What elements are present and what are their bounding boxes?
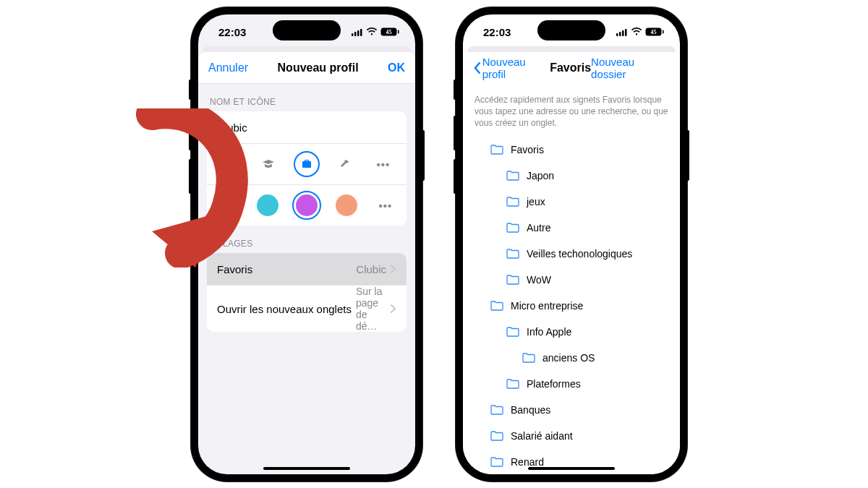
color-magenta[interactable] bbox=[296, 194, 318, 216]
svg-text:45: 45 bbox=[651, 29, 657, 35]
folder-label: Japon bbox=[527, 170, 554, 181]
color-coral[interactable] bbox=[336, 194, 357, 216]
svg-rect-2 bbox=[357, 30, 359, 36]
folder-label: Veilles techonologiques bbox=[527, 248, 632, 260]
color-cyan[interactable] bbox=[257, 194, 278, 216]
briefcase-icon[interactable] bbox=[294, 151, 320, 177]
svg-text:45: 45 bbox=[386, 29, 392, 35]
dynamic-island bbox=[537, 20, 605, 40]
phone-left: 22:03 45 Annuler Nouveau profil OK Nom e… bbox=[191, 7, 422, 481]
home-indicator bbox=[263, 467, 350, 470]
more-icons-button[interactable]: ••• bbox=[370, 151, 396, 177]
folder-row[interactable]: Salarié aidant bbox=[463, 423, 680, 449]
wifi-icon bbox=[366, 27, 378, 36]
chevron-right-icon bbox=[391, 304, 396, 313]
folder-icon bbox=[490, 457, 503, 467]
svg-rect-12 bbox=[625, 29, 627, 36]
back-button[interactable]: Nouveau profil bbox=[473, 56, 550, 80]
folder-row[interactable]: Favoris bbox=[463, 137, 680, 163]
svg-rect-11 bbox=[622, 30, 624, 36]
navbar: Annuler Nouveau profil OK bbox=[198, 52, 415, 84]
svg-rect-8 bbox=[229, 161, 232, 163]
dynamic-island bbox=[273, 20, 341, 40]
section-name-icon: Nom et icône bbox=[198, 84, 415, 111]
folder-icon bbox=[490, 405, 503, 415]
folder-label: anciens OS bbox=[542, 352, 595, 364]
folder-icon bbox=[506, 197, 519, 207]
wifi-icon bbox=[631, 27, 642, 36]
folder-row[interactable]: WoW bbox=[463, 267, 680, 293]
svg-rect-14 bbox=[663, 30, 664, 34]
folder-label: Micro entreprise bbox=[511, 300, 583, 312]
folder-label: Favoris bbox=[511, 144, 544, 155]
more-colors-button[interactable]: ••• bbox=[375, 192, 396, 218]
ok-button[interactable]: OK bbox=[388, 61, 405, 74]
svg-rect-9 bbox=[616, 33, 618, 36]
profile-name-input[interactable]: Clubic bbox=[207, 111, 407, 143]
cancel-button[interactable]: Annuler bbox=[208, 61, 248, 74]
graduation-icon[interactable] bbox=[255, 151, 281, 177]
folder-row[interactable]: Micro entreprise bbox=[463, 293, 680, 319]
folder-row[interactable]: Renard bbox=[463, 449, 680, 474]
folder-icon bbox=[490, 301, 503, 311]
folder-row[interactable]: Veilles techonologiques bbox=[463, 241, 680, 267]
folder-label: Banques bbox=[511, 404, 550, 416]
battery-icon: 45 bbox=[645, 27, 664, 36]
folder-icon bbox=[490, 431, 503, 441]
settings-card: Favoris Clubic Ouvrir les nouveaux ongle… bbox=[207, 253, 407, 332]
help-text: Accédez rapidement aux signets Favoris l… bbox=[463, 84, 680, 137]
section-settings: ÉGLAGES bbox=[198, 226, 415, 253]
folder-row[interactable]: anciens OS bbox=[463, 345, 680, 371]
new-folder-button[interactable]: Nouveau dossier bbox=[591, 56, 670, 80]
folder-row[interactable]: Plateformes bbox=[463, 371, 680, 397]
folder-icon bbox=[506, 171, 519, 181]
folder-label: Plateformes bbox=[527, 378, 581, 390]
status-time: 22:03 bbox=[483, 26, 511, 38]
color-picker-row: ••• bbox=[207, 184, 407, 226]
folder-row[interactable]: Info Apple bbox=[463, 319, 680, 345]
folder-label: Autre bbox=[527, 222, 550, 234]
folder-label: jeux bbox=[527, 196, 545, 207]
hammer-icon[interactable] bbox=[332, 151, 358, 177]
svg-rect-7 bbox=[226, 160, 234, 168]
nav-title: Favoris bbox=[550, 61, 591, 74]
svg-rect-10 bbox=[619, 32, 621, 36]
signal-icon bbox=[352, 28, 363, 36]
new-tabs-row[interactable]: Ouvrir les nouveaux onglets Sur la page … bbox=[207, 285, 407, 332]
phone-right: 22:03 45 Nouveau profil Favoris Nouveau bbox=[456, 7, 687, 481]
color-two-tone[interactable] bbox=[217, 194, 239, 216]
folder-label: WoW bbox=[527, 274, 551, 286]
folder-icon bbox=[506, 327, 519, 337]
favorites-row[interactable]: Favoris Clubic bbox=[207, 253, 407, 285]
folder-row[interactable]: Autre bbox=[463, 215, 680, 241]
chevron-left-icon bbox=[473, 61, 481, 74]
folder-icon bbox=[490, 145, 503, 155]
folder-icon bbox=[506, 249, 519, 259]
icon-picker-row: ••• bbox=[207, 143, 407, 184]
svg-rect-5 bbox=[398, 30, 399, 34]
svg-rect-3 bbox=[360, 29, 362, 36]
signal-icon bbox=[616, 28, 628, 36]
folder-icon bbox=[506, 223, 519, 233]
navbar: Nouveau profil Favoris Nouveau dossier bbox=[463, 52, 680, 84]
home-indicator bbox=[528, 467, 615, 470]
status-time: 22:03 bbox=[218, 26, 246, 38]
folder-icon bbox=[522, 353, 535, 363]
folder-row[interactable]: Banques bbox=[463, 397, 680, 423]
svg-rect-1 bbox=[354, 32, 357, 36]
folder-row[interactable]: jeux bbox=[463, 189, 680, 215]
folder-label: Renard bbox=[511, 456, 544, 468]
svg-rect-0 bbox=[352, 33, 354, 36]
battery-icon: 45 bbox=[380, 27, 399, 36]
folder-list: FavorisJaponjeuxAutreVeilles techonologi… bbox=[463, 137, 680, 474]
nav-title: Nouveau profil bbox=[248, 61, 388, 74]
folder-label: Info Apple bbox=[527, 326, 571, 338]
folder-icon bbox=[506, 379, 519, 389]
folder-label: Salarié aidant bbox=[511, 430, 573, 442]
folder-icon bbox=[506, 275, 519, 285]
name-icon-card: Clubic ••• bbox=[207, 111, 407, 226]
folder-row[interactable]: Japon bbox=[463, 163, 680, 189]
card-icon[interactable] bbox=[217, 151, 243, 177]
chevron-right-icon bbox=[391, 265, 396, 273]
